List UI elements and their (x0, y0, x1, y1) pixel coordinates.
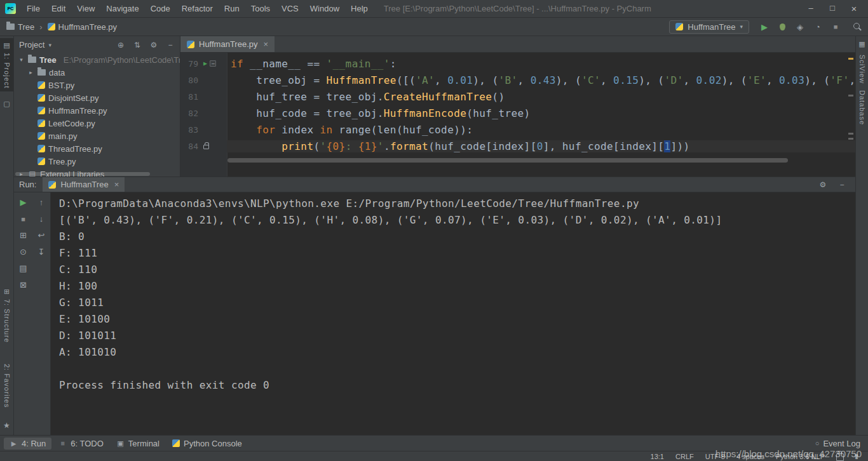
profiler-icon[interactable] (810, 20, 825, 33)
run-tab-huffmantree[interactable]: HuffmanTree (43, 177, 125, 192)
python-file-icon (187, 41, 194, 48)
code-line-79[interactable]: 79▶−if __name__ == '__main__': (180, 55, 855, 72)
file-encoding[interactable]: UTF-8 (705, 453, 725, 460)
tree-row-threadtree-py[interactable]: ThreadTree.py (14, 142, 180, 155)
tree-row-tree[interactable]: ▾TreeE:\Program\Python\LeetCode\Tr (14, 53, 180, 66)
menu-item-vcs[interactable]: VCS (276, 0, 304, 17)
select-opened-file-icon[interactable] (116, 41, 125, 50)
menu-item-view[interactable]: View (71, 0, 100, 17)
menu-item-help[interactable]: Help (345, 0, 374, 17)
coverage-icon[interactable] (792, 20, 808, 33)
tree-row-bst-py[interactable]: BST.py (14, 79, 180, 91)
breadcrumb-item-file[interactable]: HuffmanTree.py (58, 22, 118, 32)
breadcrumb-item-project[interactable]: Tree (18, 22, 34, 32)
stop-icon[interactable] (17, 213, 30, 224)
console-line: Process finished with exit code 0 (59, 377, 848, 394)
scrollbar-mark[interactable] (848, 133, 853, 135)
menu-item-run[interactable]: Run (219, 0, 245, 17)
close-icon[interactable] (850, 3, 858, 14)
fold-collapse-icon[interactable]: − (210, 60, 216, 67)
settings-icon[interactable] (149, 41, 158, 50)
tool-button-python-console[interactable]: Python Console (166, 438, 248, 450)
tree-row-disjointset-py[interactable]: DisjointSet.py (14, 91, 180, 104)
scrollbar-mark[interactable] (848, 138, 853, 140)
tree-row-huffmantree-py[interactable]: HuffmanTree.py (14, 104, 180, 117)
tool-button-structure[interactable]: 7: Structure (0, 284, 13, 346)
scroll-end-icon[interactable] (35, 246, 48, 257)
unlocked-icon[interactable] (836, 453, 844, 461)
tree-item-label: LeetCode.py (48, 119, 95, 128)
line-ending[interactable]: CRLF (675, 453, 694, 460)
code-line-82[interactable]: 82 huf_code = tree_obj.HuffmanEncode(huf… (180, 105, 855, 121)
collapse-all-icon[interactable] (133, 41, 142, 50)
settings-icon[interactable] (818, 180, 827, 189)
tool-button-favorites[interactable]: 2: Favorites (0, 361, 13, 411)
hide-panel-icon[interactable] (837, 180, 846, 189)
soft-wrap-icon[interactable] (35, 230, 48, 241)
interpreter[interactable]: Python 3.6 NLP (776, 453, 825, 460)
stop-icon[interactable] (828, 20, 843, 33)
tree-row-tree-py[interactable]: Tree.py (14, 155, 180, 168)
left-tool-stripe: 1: Project 7: Structure 2: Favorites (0, 36, 14, 435)
tool-button-terminal[interactable]: Terminal (111, 438, 165, 450)
tool-button-sciview[interactable]: SciView (858, 55, 866, 84)
run-configuration-select[interactable]: HuffmanTree (669, 20, 749, 34)
warning-stripe-mark[interactable] (848, 58, 853, 60)
caret-position[interactable]: 13:1 (651, 453, 664, 460)
search-everywhere-icon[interactable] (853, 23, 862, 31)
menu-item-code[interactable]: Code (145, 0, 176, 17)
bottom-toolbar: 4: Run6: TODOTerminalPython Console Even… (0, 435, 868, 451)
tool-button-4-run[interactable]: 4: Run (4, 438, 51, 450)
menu-item-navigate[interactable]: Navigate (100, 0, 144, 17)
hide-panel-icon[interactable] (166, 41, 175, 50)
console-output[interactable]: D:\ProgramData\Anaconda3\envs\NLP\python… (51, 192, 855, 435)
up-stack-icon[interactable] (35, 197, 48, 208)
tab-close-icon[interactable] (264, 39, 269, 49)
favorites-star-icon[interactable] (0, 421, 13, 430)
tool-button-label: 4: Run (22, 439, 46, 448)
sciview-tool-icon[interactable] (858, 40, 865, 48)
editor-tab-huffmantree[interactable]: HuffmanTree.py (180, 36, 275, 52)
menu-item-file[interactable]: File (21, 0, 46, 17)
run-icon[interactable] (757, 20, 772, 33)
clear-icon[interactable] (17, 279, 30, 290)
rerun-icon[interactable] (17, 197, 30, 208)
code-editor[interactable]: 79▶−if __name__ == '__main__':80 tree_ob… (180, 53, 855, 177)
todo-icon (58, 439, 67, 448)
tool-button-project[interactable]: 1: Project (0, 38, 13, 91)
debug-icon[interactable] (775, 20, 790, 33)
code-line-83[interactable]: 83 for index in range(len(huf_code)): (180, 121, 855, 138)
tool-button-database[interactable]: Database (858, 90, 866, 125)
code-line-84[interactable]: 84 print('{0}: {1}'.format(huf_code[inde… (180, 138, 855, 154)
maximize-icon[interactable] (829, 3, 836, 14)
scrollbar-mark[interactable] (848, 95, 853, 97)
project-horizontal-scrollbar[interactable] (15, 172, 150, 176)
minimize-icon[interactable] (807, 3, 815, 14)
tree-row-leetcode-py[interactable]: LeetCode.py (14, 117, 180, 130)
event-log-button[interactable]: Event Log (815, 439, 864, 448)
down-stack-icon[interactable] (35, 213, 48, 224)
code-line-81[interactable]: 81 huf_tree = tree_obj.CreateHuffmanTree… (180, 88, 855, 105)
inspections-icon[interactable] (853, 453, 860, 460)
pin-icon[interactable] (17, 246, 30, 257)
project-panel-title[interactable]: Project (19, 40, 44, 50)
menu-item-window[interactable]: Window (304, 0, 345, 17)
tool-button-6-todo[interactable]: 6: TODO (53, 438, 109, 450)
restore-layout-icon[interactable] (17, 230, 30, 241)
python-file-icon (48, 23, 55, 30)
tab-close-icon[interactable] (114, 180, 119, 189)
menu-item-refactor[interactable]: Refactor (176, 0, 219, 17)
indent-setting[interactable]: 4 spaces (736, 453, 764, 460)
chevron-right-icon[interactable]: ▸ (27, 69, 34, 76)
menu-item-tools[interactable]: Tools (245, 0, 276, 17)
chevron-down-icon[interactable]: ▾ (18, 57, 25, 63)
run-line-icon[interactable]: ▶ (203, 60, 207, 67)
tool-window-stripe-icon[interactable] (0, 100, 13, 108)
code-line-80[interactable]: 80 tree_obj = HuffmanTree([('A', 0.01), … (180, 72, 855, 88)
tree-row-data[interactable]: ▸data (14, 66, 180, 79)
menu-item-edit[interactable]: Edit (46, 0, 71, 17)
print-icon[interactable] (17, 263, 30, 274)
tree-row-main-py[interactable]: main.py (14, 130, 180, 142)
run-toolbar-col2 (32, 192, 51, 435)
editor-horizontal-scrollbar[interactable] (227, 158, 788, 163)
